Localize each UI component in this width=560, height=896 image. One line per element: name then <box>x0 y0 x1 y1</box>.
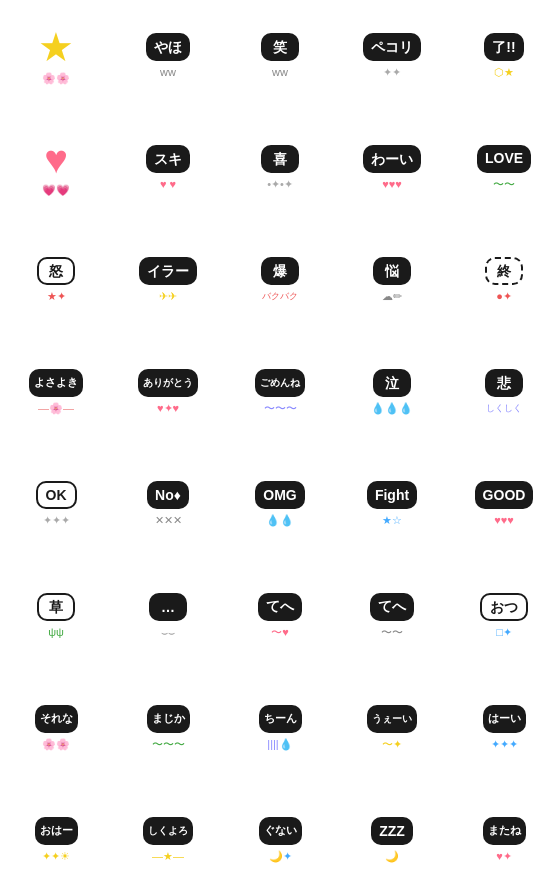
cell-tehe1: てへ 〜♥ <box>224 560 336 672</box>
cell-laugh: 笑 ww <box>224 0 336 112</box>
bubble-matane: またね <box>483 817 526 845</box>
cell-dots: … ⌣⌣ <box>112 560 224 672</box>
bubble-arigatou: ありがとう <box>138 369 198 397</box>
bubble-good: GOOD <box>475 481 534 509</box>
bubble-oha: おはー <box>35 817 78 845</box>
bubble-no: No♦ <box>147 481 189 509</box>
cell-hai: はーい ✦✦✦ <box>448 672 560 784</box>
cell-kusa: 草 ψψ <box>0 560 112 672</box>
cell-naku: 泣 💧💧💧 <box>336 336 448 448</box>
bubble-suki: スキ <box>146 145 190 173</box>
bubble-anger: 怒 <box>37 257 75 286</box>
cell-ryou: 了!! ⬡★ <box>448 0 560 112</box>
bubble-gunai: ぐない <box>259 817 302 845</box>
bubble-ira: イラー <box>139 257 197 285</box>
cell-arigatou: ありがとう ♥✦♥ <box>112 336 224 448</box>
bubble-fight: Fight <box>367 481 417 509</box>
cell-suki: スキ ♥ ♥ <box>112 112 224 224</box>
bubble-chin: ちーん <box>259 705 302 733</box>
bubble-zzz: ZZZ <box>371 817 413 845</box>
cell-omg: OMG 💧💧 <box>224 448 336 560</box>
cell-chin: ちーん ||||💧 <box>224 672 336 784</box>
bubble-wai: わーい <box>363 145 421 173</box>
bubble-nayami: 悩 <box>373 257 411 285</box>
cell-yosayoki: よさよき —🌸— <box>0 336 112 448</box>
cell-love: LOVE 〜〜 <box>448 112 560 224</box>
cell-gomenne: ごめんね 〜〜〜 <box>224 336 336 448</box>
cell-majika: まじか 〜〜〜 <box>112 672 224 784</box>
cell-otsu: おつ □✦ <box>448 560 560 672</box>
cell-fight: Fight ★☆ <box>336 448 448 560</box>
bubble-yaho: やほ <box>146 33 190 61</box>
cell-ki: 喜 •✦•✦ <box>224 112 336 224</box>
cell-no: No♦ ✕✕✕ <box>112 448 224 560</box>
cell-ok: OK ✦✦✦ <box>0 448 112 560</box>
cell-pekori: ペコリ ✦✦ <box>336 0 448 112</box>
bubble-yosayoki: よさよき <box>29 369 83 397</box>
bubble-dots: … <box>149 593 187 621</box>
cell-wei: うぇーい 〜✦ <box>336 672 448 784</box>
cell-ira: イラー ✈✈ <box>112 224 224 336</box>
emoji-grid: ★ 🌸🌸 やほ ww 笑 ww ペコリ ✦✦ 了!! ⬡★ ♥ 💗💗 <box>0 0 560 896</box>
cell-tehe2: てへ 〜〜 <box>336 560 448 672</box>
bubble-kanashii: 悲 <box>485 369 523 397</box>
cell-yaho: やほ ww <box>112 0 224 112</box>
cell-anger: 怒 ★✦ <box>0 224 112 336</box>
cell-heart: ♥ 💗💗 <box>0 112 112 224</box>
bubble-tehe2: てへ <box>370 593 414 621</box>
cell-matane: またね ♥✦ <box>448 784 560 896</box>
bubble-wei: うぇーい <box>367 705 417 733</box>
bubble-gomenne: ごめんね <box>255 369 305 397</box>
cell-zzz: ZZZ 🌙 <box>336 784 448 896</box>
bubble-sorena: それな <box>35 705 78 733</box>
cell-owari: 終 ●✦ <box>448 224 560 336</box>
star-icon: ★ <box>38 27 74 67</box>
cell-gunai: ぐない 🌙✦ <box>224 784 336 896</box>
bubble-ki: 喜 <box>261 145 299 173</box>
cell-sorena: それな 🌸🌸 <box>0 672 112 784</box>
bubble-tehe1: てへ <box>258 593 302 621</box>
bubble-baku: 爆 <box>261 257 299 285</box>
cell-kanashii: 悲 しくしく <box>448 336 560 448</box>
bubble-majika: まじか <box>147 705 190 733</box>
cell-baku: 爆 バクバク <box>224 224 336 336</box>
bubble-love: LOVE <box>477 145 531 173</box>
bubble-naku: 泣 <box>373 369 411 397</box>
cell-oha: おはー ✦✦☀ <box>0 784 112 896</box>
bubble-otsu: おつ <box>480 593 528 622</box>
bubble-omg: OMG <box>255 481 304 509</box>
bubble-shikuyoro: しくよろ <box>143 817 193 845</box>
bubble-owari: 終 <box>485 257 523 286</box>
bubble-pekori: ペコリ <box>363 33 421 61</box>
bubble-laugh: 笑 <box>261 33 299 61</box>
cell-nayami: 悩 ☁✏ <box>336 224 448 336</box>
cell-shikuyoro: しくよろ —★— <box>112 784 224 896</box>
heart-icon: ♥ <box>44 139 68 179</box>
bubble-kusa: 草 <box>37 593 75 622</box>
bubble-ok: OK <box>36 481 77 510</box>
cell-star: ★ 🌸🌸 <box>0 0 112 112</box>
cell-wai: わーい ♥♥♥ <box>336 112 448 224</box>
bubble-hai: はーい <box>483 705 526 733</box>
bubble-ryou: 了!! <box>484 33 523 61</box>
cell-good: GOOD ♥♥♥ <box>448 448 560 560</box>
